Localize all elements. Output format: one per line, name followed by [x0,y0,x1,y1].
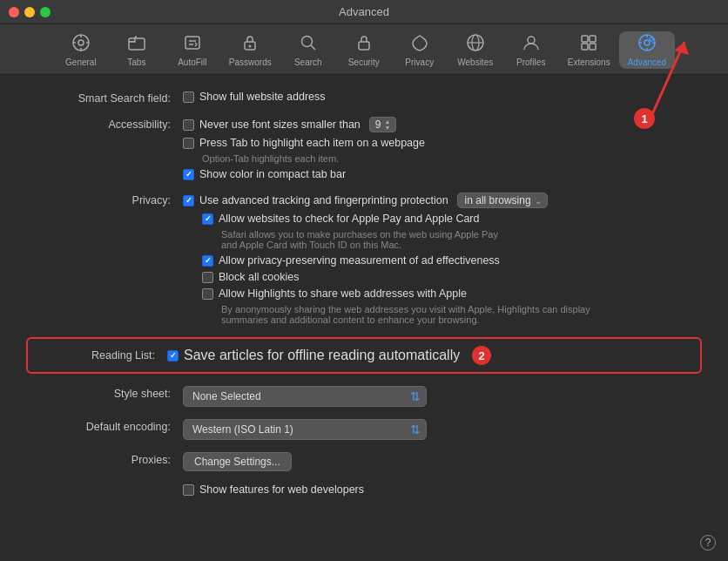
tracking-checkbox[interactable] [183,195,194,206]
help-button[interactable]: ? [700,535,716,551]
toolbar-item-profiles[interactable]: Profiles [503,31,559,69]
websites-icon [466,33,485,56]
style-sheet-row: Style sheet: None Selected ⇅ [26,386,702,407]
smart-search-row: Smart Search field: Show full website ad… [26,91,702,105]
autofill-icon [183,33,202,56]
search-icon [299,33,318,56]
style-sheet-content: None Selected ⇅ [183,386,702,407]
reading-list-label: Reading List: [38,349,167,362]
svg-point-30 [650,37,653,41]
accessibility-label: Accessibility: [26,117,183,131]
highlights-hint: By anonymously sharing the web addresses… [221,304,702,325]
svg-point-19 [528,37,535,44]
default-encoding-label: Default encoding: [26,419,183,433]
proxies-content: Change Settings... [183,452,702,471]
svg-point-12 [249,45,252,48]
tab-highlight-label: Press Tab to highlight each item on a we… [199,137,425,149]
default-encoding-value: Western (ISO Latin 1) [192,423,405,436]
svg-rect-8 [185,37,199,49]
tracking-dropdown[interactable]: in all browsing ⌄ [457,193,548,208]
tracking-dropdown-arrow: ⌄ [535,196,542,206]
smart-search-content: Show full website address [183,91,702,103]
extensions-icon [579,33,598,56]
highlights-row[interactable]: Allow Highlights to share web addresses … [202,287,702,300]
reading-list-content[interactable]: Save articles for offline reading automa… [167,346,491,365]
proxies-row: Proxies: Change Settings... [26,452,702,471]
maximize-button[interactable] [40,7,51,17]
search-label: Search [294,57,322,67]
apple-pay-checkbox[interactable] [202,213,213,225]
font-size-checkbox[interactable] [183,119,194,131]
font-size-stepper[interactable]: 9 ▲▼ [369,117,397,132]
accessibility-row: Accessibility: Never use font sizes smal… [26,117,702,180]
toolbar-item-extensions[interactable]: Extensions [559,31,619,69]
toolbar-item-passwords[interactable]: Passwords [220,31,280,69]
profiles-icon [522,33,541,56]
show-full-address-label: Show full website address [199,91,326,103]
web-developer-label: Show features for web developers [199,483,364,496]
toolbar-item-security[interactable]: Security [336,31,392,69]
tracking-row[interactable]: Use advanced tracking and fingerprinting… [183,193,702,208]
change-settings-button[interactable]: Change Settings... [183,452,292,471]
advanced-label: Advanced [628,57,666,67]
svg-point-13 [301,37,312,47]
block-cookies-row[interactable]: Block all cookies [202,271,702,283]
security-icon [354,33,374,56]
toolbar-item-websites[interactable]: Websites [448,31,503,69]
tab-hint: Option-Tab highlights each item. [202,153,702,164]
close-button[interactable] [9,7,19,17]
show-full-address-checkbox[interactable] [183,91,194,103]
web-developer-checkbox[interactable] [183,484,194,496]
minimize-button[interactable] [24,7,35,17]
compact-tab-checkbox[interactable] [183,169,194,180]
privacy-icon [410,33,429,56]
advanced-icon [637,33,657,56]
svg-rect-7 [129,41,135,42]
compact-tab-row[interactable]: Show color in compact tab bar [183,168,702,180]
toolbar-item-general[interactable]: General [53,31,109,69]
web-developer-row: Show features for web developers [26,483,702,496]
main-content: Smart Search field: Show full website ad… [0,75,728,547]
style-sheet-arrow: ⇅ [410,389,421,403]
style-sheet-dropdown[interactable]: None Selected ⇅ [183,386,427,407]
web-developer-checkbox-row[interactable]: Show features for web developers [183,483,702,496]
web-developer-content: Show features for web developers [183,483,702,496]
apple-pay-hint: Safari allows you to make purchases on t… [221,229,702,250]
privacy-content: Use advanced tracking and fingerprinting… [183,193,702,325]
toolbar-item-autofill[interactable]: AutoFill [165,31,220,69]
default-encoding-dropdown[interactable]: Western (ISO Latin 1) ⇅ [183,419,427,440]
tracking-label: Use advanced tracking and fingerprinting… [199,194,448,206]
svg-line-14 [311,45,315,50]
toolbar-item-advanced[interactable]: Advanced [619,31,675,69]
tab-highlight-row[interactable]: Press Tab to highlight each item on a we… [183,137,702,149]
style-sheet-value: None Selected [192,390,405,402]
privacy-label: Privacy [405,57,434,67]
general-icon [71,33,91,56]
toolbar-item-search[interactable]: Search [280,31,336,69]
window-title: Advanced [339,5,389,18]
toolbar-item-privacy[interactable]: Privacy [392,31,448,69]
svg-rect-22 [582,44,588,50]
block-cookies-checkbox[interactable] [202,272,213,283]
svg-rect-6 [129,38,145,50]
tracking-dropdown-label: in all browsing [465,194,531,206]
annotation-badge-2: 2 [472,346,491,365]
apple-pay-row[interactable]: Allow websites to check for Apple Pay an… [202,213,702,225]
ad-effectiveness-checkbox[interactable] [202,255,213,267]
default-encoding-content: Western (ISO Latin 1) ⇅ [183,419,702,440]
highlights-checkbox[interactable] [202,288,213,300]
toolbar-item-tabs[interactable]: Tabs [109,31,165,69]
svg-rect-21 [590,36,596,42]
tab-highlight-checkbox[interactable] [183,138,194,149]
traffic-lights [9,7,51,17]
web-developer-empty-label [26,483,183,485]
general-label: General [65,57,97,67]
show-full-address-row[interactable]: Show full website address [183,91,702,103]
ad-effectiveness-row[interactable]: Allow privacy-preserving measurement of … [202,254,702,267]
toolbar: General Tabs AutoFill [0,24,728,75]
reading-list-checkbox[interactable] [167,350,179,362]
websites-label: Websites [457,57,493,67]
extensions-label: Extensions [568,57,610,67]
font-size-row[interactable]: Never use font sizes smaller than 9 ▲▼ [183,117,702,132]
accessibility-content: Never use font sizes smaller than 9 ▲▼ P… [183,117,702,180]
